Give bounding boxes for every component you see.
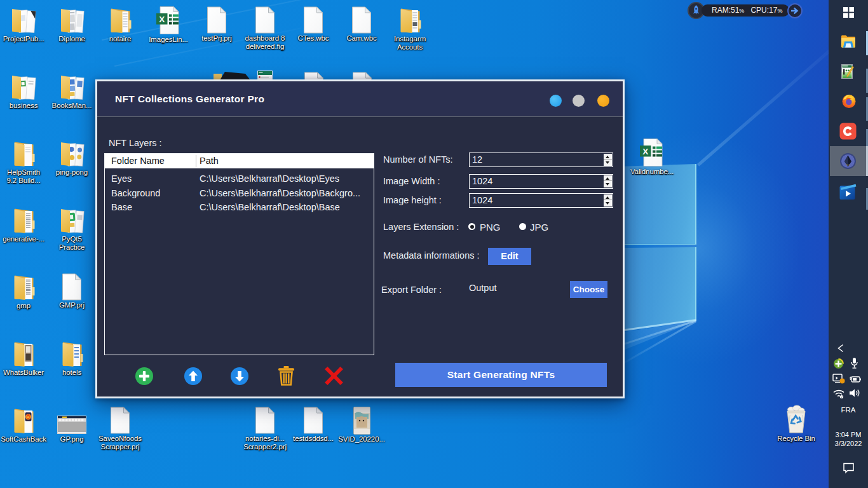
svg-text:X: X	[159, 15, 165, 24]
svg-text:X: X	[642, 147, 648, 156]
